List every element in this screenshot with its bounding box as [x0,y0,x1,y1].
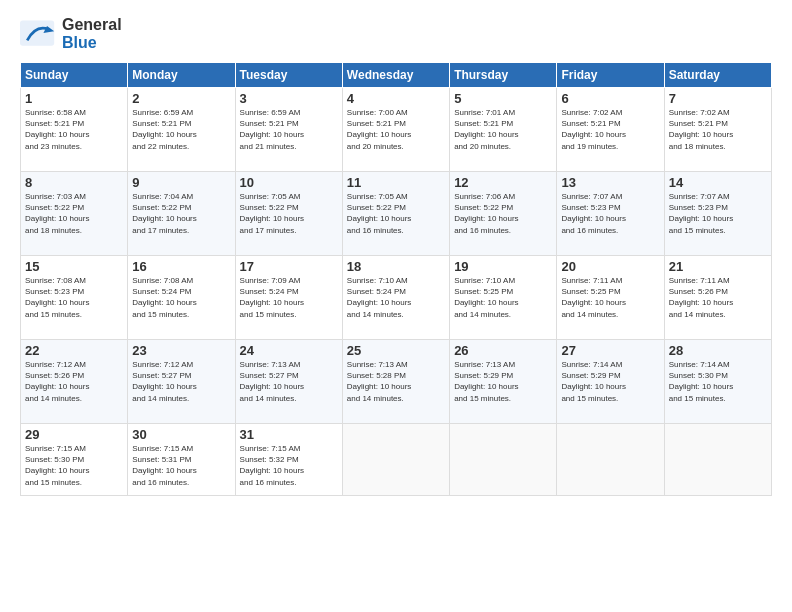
cell-details: Sunrise: 7:12 AMSunset: 5:26 PMDaylight:… [25,359,123,404]
calendar-cell: 6Sunrise: 7:02 AMSunset: 5:21 PMDaylight… [557,88,664,172]
calendar-week-row: 15Sunrise: 7:08 AMSunset: 5:23 PMDayligh… [21,256,772,340]
logo-icon [20,20,56,48]
logo-text: General Blue [62,16,122,52]
calendar-cell: 11Sunrise: 7:05 AMSunset: 5:22 PMDayligh… [342,172,449,256]
calendar-cell: 29Sunrise: 7:15 AMSunset: 5:30 PMDayligh… [21,424,128,496]
calendar-cell: 25Sunrise: 7:13 AMSunset: 5:28 PMDayligh… [342,340,449,424]
day-number: 16 [132,259,230,274]
cell-details: Sunrise: 7:11 AMSunset: 5:26 PMDaylight:… [669,275,767,320]
cell-details: Sunrise: 7:06 AMSunset: 5:22 PMDaylight:… [454,191,552,236]
calendar-cell: 28Sunrise: 7:14 AMSunset: 5:30 PMDayligh… [664,340,771,424]
day-number: 15 [25,259,123,274]
day-number: 6 [561,91,659,106]
day-header-tuesday: Tuesday [235,63,342,88]
calendar-cell: 12Sunrise: 7:06 AMSunset: 5:22 PMDayligh… [450,172,557,256]
cell-details: Sunrise: 7:04 AMSunset: 5:22 PMDaylight:… [132,191,230,236]
day-number: 29 [25,427,123,442]
cell-details: Sunrise: 7:00 AMSunset: 5:21 PMDaylight:… [347,107,445,152]
calendar-cell: 19Sunrise: 7:10 AMSunset: 5:25 PMDayligh… [450,256,557,340]
cell-details: Sunrise: 7:14 AMSunset: 5:30 PMDaylight:… [669,359,767,404]
calendar-cell: 17Sunrise: 7:09 AMSunset: 5:24 PMDayligh… [235,256,342,340]
calendar-cell: 8Sunrise: 7:03 AMSunset: 5:22 PMDaylight… [21,172,128,256]
cell-details: Sunrise: 7:08 AMSunset: 5:24 PMDaylight:… [132,275,230,320]
day-header-sunday: Sunday [21,63,128,88]
day-number: 8 [25,175,123,190]
calendar-cell: 3Sunrise: 6:59 AMSunset: 5:21 PMDaylight… [235,88,342,172]
cell-details: Sunrise: 7:15 AMSunset: 5:30 PMDaylight:… [25,443,123,488]
calendar-cell: 27Sunrise: 7:14 AMSunset: 5:29 PMDayligh… [557,340,664,424]
calendar-cell: 7Sunrise: 7:02 AMSunset: 5:21 PMDaylight… [664,88,771,172]
day-number: 19 [454,259,552,274]
header: General Blue [20,16,772,52]
day-number: 26 [454,343,552,358]
day-header-thursday: Thursday [450,63,557,88]
calendar-cell: 1Sunrise: 6:58 AMSunset: 5:21 PMDaylight… [21,88,128,172]
day-header-saturday: Saturday [664,63,771,88]
calendar-cell: 10Sunrise: 7:05 AMSunset: 5:22 PMDayligh… [235,172,342,256]
cell-details: Sunrise: 7:13 AMSunset: 5:29 PMDaylight:… [454,359,552,404]
day-number: 12 [454,175,552,190]
calendar-cell: 20Sunrise: 7:11 AMSunset: 5:25 PMDayligh… [557,256,664,340]
cell-details: Sunrise: 7:02 AMSunset: 5:21 PMDaylight:… [561,107,659,152]
cell-details: Sunrise: 7:12 AMSunset: 5:27 PMDaylight:… [132,359,230,404]
calendar-cell: 21Sunrise: 7:11 AMSunset: 5:26 PMDayligh… [664,256,771,340]
day-number: 13 [561,175,659,190]
calendar-cell: 2Sunrise: 6:59 AMSunset: 5:21 PMDaylight… [128,88,235,172]
cell-details: Sunrise: 6:59 AMSunset: 5:21 PMDaylight:… [240,107,338,152]
calendar-cell: 18Sunrise: 7:10 AMSunset: 5:24 PMDayligh… [342,256,449,340]
day-number: 11 [347,175,445,190]
day-number: 10 [240,175,338,190]
cell-details: Sunrise: 7:15 AMSunset: 5:31 PMDaylight:… [132,443,230,488]
calendar-cell: 9Sunrise: 7:04 AMSunset: 5:22 PMDaylight… [128,172,235,256]
day-number: 21 [669,259,767,274]
calendar-cell: 5Sunrise: 7:01 AMSunset: 5:21 PMDaylight… [450,88,557,172]
day-number: 1 [25,91,123,106]
day-header-monday: Monday [128,63,235,88]
cell-details: Sunrise: 7:13 AMSunset: 5:27 PMDaylight:… [240,359,338,404]
cell-details: Sunrise: 6:59 AMSunset: 5:21 PMDaylight:… [132,107,230,152]
calendar-table: SundayMondayTuesdayWednesdayThursdayFrid… [20,62,772,496]
calendar-cell: 13Sunrise: 7:07 AMSunset: 5:23 PMDayligh… [557,172,664,256]
day-number: 5 [454,91,552,106]
day-number: 18 [347,259,445,274]
cell-details: Sunrise: 7:11 AMSunset: 5:25 PMDaylight:… [561,275,659,320]
calendar-cell [664,424,771,496]
day-header-wednesday: Wednesday [342,63,449,88]
day-number: 14 [669,175,767,190]
cell-details: Sunrise: 7:08 AMSunset: 5:23 PMDaylight:… [25,275,123,320]
calendar-cell: 14Sunrise: 7:07 AMSunset: 5:23 PMDayligh… [664,172,771,256]
calendar-cell: 4Sunrise: 7:00 AMSunset: 5:21 PMDaylight… [342,88,449,172]
calendar-week-row: 22Sunrise: 7:12 AMSunset: 5:26 PMDayligh… [21,340,772,424]
day-number: 22 [25,343,123,358]
calendar-cell: 16Sunrise: 7:08 AMSunset: 5:24 PMDayligh… [128,256,235,340]
cell-details: Sunrise: 7:10 AMSunset: 5:25 PMDaylight:… [454,275,552,320]
day-number: 25 [347,343,445,358]
cell-details: Sunrise: 7:14 AMSunset: 5:29 PMDaylight:… [561,359,659,404]
day-number: 23 [132,343,230,358]
calendar-cell: 15Sunrise: 7:08 AMSunset: 5:23 PMDayligh… [21,256,128,340]
calendar-week-row: 29Sunrise: 7:15 AMSunset: 5:30 PMDayligh… [21,424,772,496]
day-number: 31 [240,427,338,442]
cell-details: Sunrise: 7:10 AMSunset: 5:24 PMDaylight:… [347,275,445,320]
svg-rect-0 [20,21,54,46]
day-number: 28 [669,343,767,358]
cell-details: Sunrise: 7:05 AMSunset: 5:22 PMDaylight:… [240,191,338,236]
day-number: 30 [132,427,230,442]
calendar-cell [557,424,664,496]
logo: General Blue [20,16,122,52]
calendar-cell [342,424,449,496]
calendar-cell [450,424,557,496]
day-number: 24 [240,343,338,358]
calendar-header-row: SundayMondayTuesdayWednesdayThursdayFrid… [21,63,772,88]
cell-details: Sunrise: 7:01 AMSunset: 5:21 PMDaylight:… [454,107,552,152]
cell-details: Sunrise: 7:09 AMSunset: 5:24 PMDaylight:… [240,275,338,320]
calendar-cell: 22Sunrise: 7:12 AMSunset: 5:26 PMDayligh… [21,340,128,424]
calendar-cell: 30Sunrise: 7:15 AMSunset: 5:31 PMDayligh… [128,424,235,496]
day-number: 9 [132,175,230,190]
cell-details: Sunrise: 7:07 AMSunset: 5:23 PMDaylight:… [669,191,767,236]
day-header-friday: Friday [557,63,664,88]
cell-details: Sunrise: 6:58 AMSunset: 5:21 PMDaylight:… [25,107,123,152]
calendar-cell: 31Sunrise: 7:15 AMSunset: 5:32 PMDayligh… [235,424,342,496]
page: General Blue SundayMondayTuesdayWednesda… [0,0,792,612]
day-number: 20 [561,259,659,274]
